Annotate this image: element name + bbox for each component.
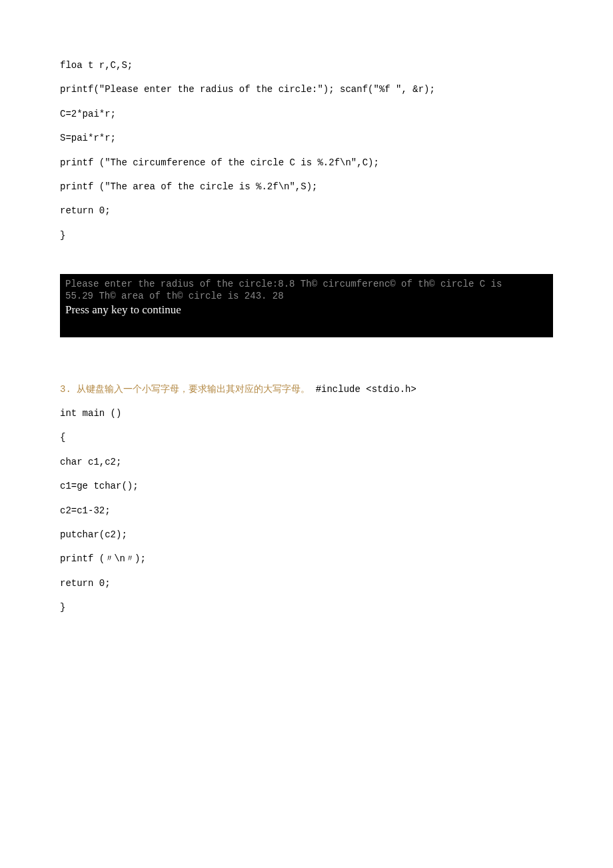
code-line: printf (〃\n〃); [60, 547, 553, 571]
terminal-line: Please enter the radius of the circle:8.… [65, 278, 548, 290]
code-line: S=pai*r*r; [60, 126, 553, 150]
code-line: char c1,c2; [60, 450, 553, 474]
code-line: { [60, 425, 553, 449]
code-line: int main () [60, 401, 553, 425]
code-line: C=2*pai*r; [60, 102, 553, 126]
terminal-output: Please enter the radius of the circle:8.… [60, 274, 553, 337]
question-text: 从键盘输入一个小写字母，要求输出其对应的大写字母。 [77, 384, 310, 395]
code-line: } [60, 595, 553, 619]
terminal-line: 55.29 Th© area of th© circle is 243. 28 [65, 290, 548, 302]
code-line: c2=c1-32; [60, 499, 553, 523]
question-number: 3. [60, 384, 77, 395]
code-line: } [60, 223, 553, 247]
code-line: c1=ge tchar(); [60, 474, 553, 498]
code-block-1: floa t r,C,S; printf("Please enter the r… [60, 53, 553, 247]
code-line: putchar(c2); [60, 523, 553, 547]
code-line: printf("Please enter the radius of the c… [60, 77, 553, 101]
code-block-2: int main () { char c1,c2; c1=ge tchar();… [60, 401, 553, 620]
question-line: 3. 从键盘输入一个小写字母，要求输出其对应的大写字母。 #include <s… [60, 377, 553, 401]
code-line: floa t r,C,S; [60, 53, 553, 77]
include-directive: #include <stdio.h> [316, 384, 416, 395]
code-line: printf ("The area of the circle is %.2f\… [60, 175, 553, 199]
code-line: printf ("The circumference of the circle… [60, 151, 553, 175]
terminal-prompt: Press any key to continue [65, 303, 548, 317]
code-line: return 0; [60, 199, 553, 223]
document-page: floa t r,C,S; printf("Please enter the r… [0, 0, 613, 673]
code-line: return 0; [60, 571, 553, 595]
